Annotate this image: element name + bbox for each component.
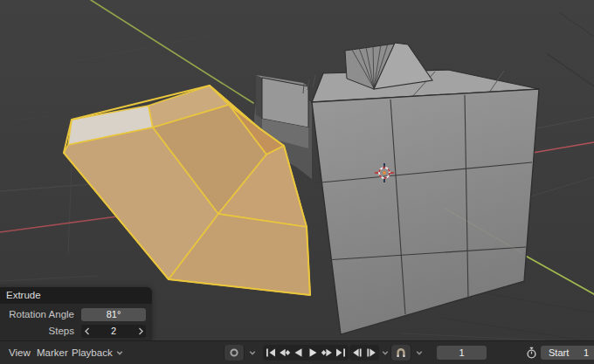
playback-controls bbox=[263, 345, 349, 361]
next-frame-button[interactable] bbox=[364, 345, 378, 361]
steps-decrement-icon[interactable] bbox=[81, 325, 93, 338]
chevron-down-icon bbox=[381, 348, 390, 357]
play-reverse-icon bbox=[292, 346, 306, 360]
cube-left-block-front bbox=[262, 78, 308, 127]
menu-marker[interactable]: Marker bbox=[33, 341, 72, 364]
operator-panel-extrude[interactable]: Extrude Rotation Angle 81° Steps 2 bbox=[0, 287, 152, 340]
jump-to-end-button[interactable] bbox=[334, 345, 348, 361]
jump-to-start-icon bbox=[264, 346, 278, 360]
jump-to-end-icon bbox=[334, 346, 348, 360]
operator-panel-title: Extrude bbox=[6, 290, 41, 300]
snap-group bbox=[390, 345, 411, 361]
chevron-down-icon bbox=[415, 348, 424, 357]
start-frame-label: Start bbox=[549, 347, 569, 358]
frame-step-controls bbox=[349, 345, 379, 361]
timeline-header: View Marker Playback bbox=[0, 340, 594, 364]
rotation-angle-label: Rotation Angle bbox=[0, 309, 81, 319]
steps-increment-icon[interactable] bbox=[135, 325, 146, 338]
current-frame-value: 1 bbox=[459, 347, 464, 358]
frame-step-dropdown[interactable] bbox=[379, 345, 390, 361]
play-icon bbox=[306, 346, 320, 360]
steps-value: 2 bbox=[93, 326, 135, 336]
steps-label: Steps bbox=[0, 326, 81, 336]
cube-left-block-side bbox=[256, 75, 262, 119]
stopwatch-icon bbox=[524, 346, 538, 360]
next-keyframe-button[interactable] bbox=[320, 345, 334, 361]
next-frame-icon bbox=[364, 346, 378, 360]
chevron-down-icon bbox=[248, 348, 257, 357]
rotation-angle-row: Rotation Angle 81° bbox=[0, 307, 152, 321]
previous-keyframe-button[interactable] bbox=[278, 345, 292, 361]
snap-dropdown[interactable] bbox=[413, 345, 425, 361]
next-keyframe-icon bbox=[320, 346, 334, 360]
steps-stepper[interactable]: 2 bbox=[81, 325, 146, 338]
rotation-angle-value: 81° bbox=[107, 309, 121, 319]
start-frame-field[interactable]: Start 1 bbox=[541, 346, 594, 360]
operator-panel-header[interactable]: Extrude bbox=[0, 287, 152, 304]
record-circle-icon bbox=[228, 347, 240, 359]
previous-frame-button[interactable] bbox=[350, 345, 364, 361]
play-button[interactable] bbox=[306, 345, 320, 361]
previous-frame-icon bbox=[350, 346, 364, 360]
menu-view[interactable]: View bbox=[5, 341, 34, 364]
rotation-angle-slider[interactable]: 81° bbox=[81, 308, 146, 321]
start-frame-value: 1 bbox=[584, 347, 589, 358]
auto-keying-record-button[interactable] bbox=[224, 345, 244, 361]
auto-key-group bbox=[224, 345, 245, 361]
jump-to-start-button[interactable] bbox=[264, 345, 278, 361]
previous-keyframe-icon bbox=[278, 346, 292, 360]
chevron-down-icon bbox=[115, 348, 124, 357]
auto-key-dropdown[interactable] bbox=[246, 345, 258, 361]
snap-magnet-button[interactable] bbox=[391, 345, 411, 361]
menu-playback[interactable]: Playback bbox=[68, 341, 128, 364]
snap-magnet-icon bbox=[395, 347, 407, 359]
play-reverse-button[interactable] bbox=[292, 345, 306, 361]
steps-row: Steps 2 bbox=[0, 324, 152, 338]
current-frame-field[interactable]: 1 bbox=[437, 346, 487, 360]
